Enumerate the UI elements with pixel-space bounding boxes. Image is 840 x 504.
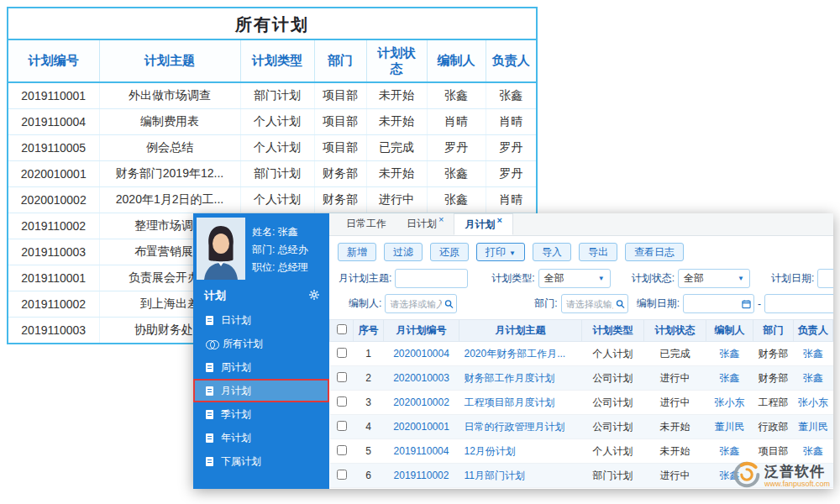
cell-owner[interactable]: 张小东 [794,391,833,415]
calendar-icon[interactable] [742,299,751,308]
search-icon[interactable] [616,299,625,308]
subject-link[interactable]: 12月份计划 [465,445,516,457]
owner-link[interactable]: 张小东 [798,396,828,408]
table-cell: 罗丹 [427,134,486,160]
table-row[interactable]: 42020010001日常的行政管理月计划公司计划未开始董川民行政部董川民 [330,415,833,439]
sidebar-item-year-plan[interactable]: 年计划 [193,426,329,449]
table-row[interactable]: 20200100022020年1月2日的工...个人计划财务部进行中张鑫肖晴 [8,186,536,213]
table-row[interactable]: 5201911000412月份计划个人计划未开始张鑫项目部张鑫 [330,439,833,464]
cell-compiler[interactable]: 张鑫 [706,342,753,366]
subject-link[interactable]: 2020年财务部工作月... [465,348,566,360]
table-row[interactable]: 2020010001财务部门2019年12...部门计划财务部未开始张鑫罗丹 [8,160,536,186]
row-checkbox[interactable] [337,396,347,407]
number-link[interactable]: 2019110004 [394,445,449,457]
table-row[interactable]: 2019110004编制费用表个人计划项目部未开始肖晴肖晴 [8,108,536,134]
sidebar-item-all-plans[interactable]: 所有计划 [193,332,329,355]
cell-subject[interactable]: 2020年财务部工作月... [459,342,582,366]
subject-link[interactable]: 工程项目部月度计划 [465,396,555,408]
date-range-separator: - [758,298,761,310]
cell-number[interactable]: 2020010001 [384,415,459,439]
cell-compiler[interactable]: 董川民 [706,415,753,439]
compiler-link[interactable]: 张鑫 [720,445,740,457]
compiler-link[interactable]: 张鑫 [720,348,740,360]
row-checkbox[interactable] [337,348,347,358]
close-icon[interactable]: × [496,215,501,225]
settings-gear-icon[interactable] [308,289,320,303]
table-row[interactable]: 32020010002工程项目部月度计划公司计划进行中张小东工程部张小东 [330,391,833,415]
owner-link[interactable]: 董川民 [798,421,828,433]
owner-link[interactable]: 张鑫 [803,372,823,384]
cell-compiler[interactable]: 张鑫 [706,439,753,464]
row-checkbox[interactable] [337,445,347,455]
compiler-link[interactable]: 张小东 [715,396,745,408]
column-header: 计划状态 [366,40,427,82]
table-cell: 2020010001 [8,160,99,186]
table-cell: 张鑫 [427,160,486,186]
cell-number[interactable]: 2020010003 [384,366,459,391]
table-row[interactable]: 22020010003财务部工作月度计划公司计划进行中张鑫财务部张鑫 [330,366,833,391]
print-button[interactable]: 打印▼ [476,243,525,261]
column-header: 计划类型 [582,320,644,342]
table-row[interactable]: 2019110001外出做市场调查部门计划项目部未开始张鑫张鑫 [8,82,536,108]
add-button[interactable]: 新增 [338,243,376,261]
cell-number[interactable]: 2020010004 [384,342,459,366]
search-icon[interactable] [444,299,454,308]
cell-subject[interactable]: 12月份计划 [459,439,582,464]
number-link[interactable]: 2020010002 [393,396,449,408]
selection-highlight [193,379,329,402]
table-cell: 肖晴 [427,108,486,134]
row-checkbox[interactable] [337,421,347,431]
row-checkbox[interactable] [337,470,347,480]
cell-compiler[interactable]: 张鑫 [706,366,753,391]
cell-number[interactable]: 2019110002 [384,464,459,488]
number-link[interactable]: 2020010003 [393,372,449,384]
tab-month-plan[interactable]: 月计划× [454,213,512,235]
cell-owner[interactable]: 张鑫 [794,342,833,366]
number-link[interactable]: 2020010001 [393,421,449,433]
plan-date-input[interactable] [817,269,833,288]
sidebar-item-day-plan[interactable]: 日计划 [193,308,329,332]
row-checkbox[interactable] [337,372,347,382]
month-plan-subject-input[interactable] [395,269,468,288]
owner-link[interactable]: 张鑫 [803,348,823,360]
sidebar-item-subordinate-plan[interactable]: 下属计划 [193,449,329,473]
subject-link[interactable]: 财务部工作月度计划 [465,372,555,384]
subject-link[interactable]: 日常的行政管理月计划 [465,421,565,433]
cell-number[interactable]: 2020010002 [384,391,459,415]
number-link[interactable]: 2019110002 [394,470,449,481]
tab-day-plan[interactable]: 日计划× [396,213,454,235]
cell-compiler[interactable]: 张小东 [706,391,753,415]
filter-button[interactable]: 过滤 [384,243,423,261]
cell-subject[interactable]: 日常的行政管理月计划 [459,415,582,439]
sidebar-item-week-plan[interactable]: 周计划 [193,355,329,379]
cell-no: 1 [354,342,384,366]
compiler-link[interactable]: 董川民 [715,421,745,433]
import-button[interactable]: 导入 [533,243,571,261]
cell-subject[interactable]: 工程项目部月度计划 [459,391,582,415]
cell-number[interactable]: 2019110004 [384,439,459,464]
table-row[interactable]: 2019110005例会总结个人计划项目部已完成罗丹罗丹 [8,134,536,160]
owner-link[interactable]: 张鑫 [803,445,823,457]
plan-type-select[interactable]: 全部▼ [538,269,611,288]
table-cell: 2019110001 [8,265,99,291]
restore-button[interactable]: 还原 [430,243,469,261]
plan-status-select[interactable]: 全部▼ [678,269,750,288]
cell-owner[interactable]: 张鑫 [794,439,833,464]
cell-subject[interactable]: 财务部工作月度计划 [459,366,582,391]
close-icon[interactable]: × [438,214,444,224]
compiler-link[interactable]: 张鑫 [720,372,740,384]
sidebar-item-quarter-plan[interactable]: 季计划 [193,402,329,426]
table-row[interactable]: 120200100042020年财务部工作月...个人计划已完成张鑫财务部张鑫 [330,342,833,366]
compile-date-end-input[interactable] [764,294,833,313]
number-link[interactable]: 2020010004 [393,348,449,360]
cell-owner[interactable]: 张鑫 [794,366,833,391]
view-log-button[interactable]: 查看日志 [625,243,684,261]
checkbox-cell [330,415,354,439]
export-button[interactable]: 导出 [579,243,617,261]
select-all-checkbox[interactable] [337,324,347,334]
subject-link[interactable]: 11月部门计划 [465,470,525,481]
cell-subject[interactable]: 11月部门计划 [459,464,582,488]
tab-daily-work[interactable]: 日常工作 [336,213,396,235]
sidebar-item-month-plan[interactable]: 月计划 [193,379,329,402]
cell-owner[interactable]: 董川民 [794,415,833,439]
